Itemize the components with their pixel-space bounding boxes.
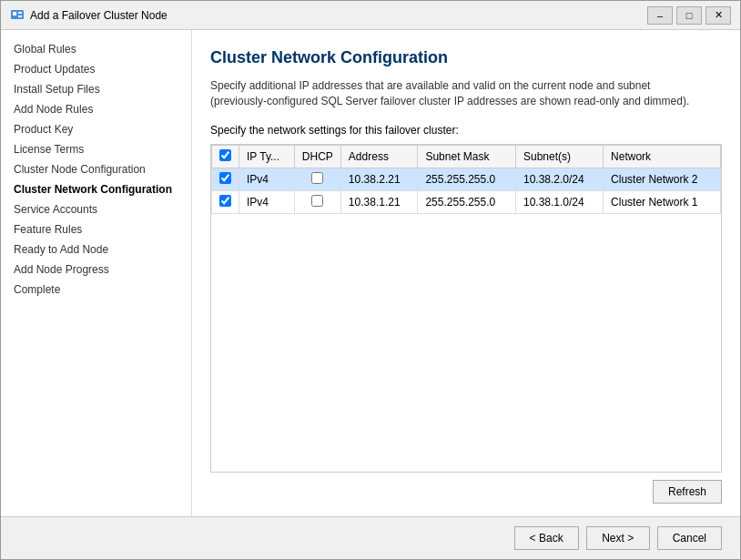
window-icon <box>10 6 25 24</box>
col-header-subnet-mask: Subnet Mask <box>418 145 516 168</box>
svg-rect-2 <box>18 12 22 14</box>
col-header-dhcp: DHCP <box>294 145 340 168</box>
sidebar-item-cluster-node-configuration[interactable]: Cluster Node Configuration <box>1 159 191 179</box>
sidebar-item-install-setup-files[interactable]: Install Setup Files <box>1 79 191 99</box>
table-row: IPv410.38.1.21255.255.255.010.38.1.0/24C… <box>212 190 721 213</box>
sidebar-item-cluster-network-configuration[interactable]: Cluster Network Configuration <box>1 179 191 199</box>
title-bar-controls: – □ ✕ <box>647 6 731 25</box>
page-description: Specify additional IP addresses that are… <box>210 78 702 109</box>
row-subnets: 10.38.2.0/24 <box>515 168 603 190</box>
row-dhcp <box>294 168 340 190</box>
sidebar-item-license-terms[interactable]: License Terms <box>1 139 191 159</box>
header-checkbox[interactable] <box>219 149 231 161</box>
sidebar-item-service-accounts[interactable]: Service Accounts <box>1 199 191 219</box>
row-dhcp-checkbox-0[interactable] <box>311 172 323 184</box>
title-bar-left: Add a Failover Cluster Node <box>10 6 167 24</box>
sidebar-item-ready-to-add-node[interactable]: Ready to Add Node <box>1 239 191 260</box>
network-settings-label: Specify the network settings for this fa… <box>210 124 722 137</box>
sidebar-item-product-key[interactable]: Product Key <box>1 119 191 139</box>
row-address: 10.38.2.21 <box>340 168 418 190</box>
table-row: IPv410.38.2.21255.255.255.010.38.2.0/24C… <box>212 168 721 190</box>
cancel-button[interactable]: Cancel <box>657 526 722 550</box>
row-subnet-mask: 255.255.255.0 <box>418 190 516 213</box>
sidebar-item-global-rules[interactable]: Global Rules <box>1 39 191 59</box>
col-header-network: Network <box>604 145 721 168</box>
minimize-button[interactable]: – <box>647 6 673 25</box>
col-header-subnets: Subnet(s) <box>515 145 603 168</box>
row-ip-type: IPv4 <box>239 190 295 213</box>
footer: < Back Next > Cancel <box>1 516 740 559</box>
sidebar-item-complete[interactable]: Complete <box>1 280 191 300</box>
row-checkbox-0[interactable] <box>219 172 231 184</box>
window-title: Add a Failover Cluster Node <box>30 9 167 22</box>
row-address: 10.38.1.21 <box>340 190 418 213</box>
row-dhcp <box>294 190 340 213</box>
main-content: Cluster Network Configuration Specify ad… <box>192 30 740 516</box>
col-header-address: Address <box>340 145 418 168</box>
content-area: Global RulesProduct UpdatesInstall Setup… <box>1 30 740 516</box>
table-header-row: IP Ty... DHCP Address Subnet Mask Subnet… <box>212 145 721 168</box>
sidebar-item-add-node-progress[interactable]: Add Node Progress <box>1 260 191 280</box>
sidebar-item-feature-rules[interactable]: Feature Rules <box>1 219 191 239</box>
row-select-cell <box>212 168 239 190</box>
col-header-select <box>212 145 239 168</box>
sidebar: Global RulesProduct UpdatesInstall Setup… <box>1 30 192 516</box>
row-select-cell <box>212 190 239 213</box>
network-table-container: IP Ty... DHCP Address Subnet Mask Subnet… <box>210 144 722 473</box>
row-checkbox-1[interactable] <box>219 195 231 207</box>
refresh-row: Refresh <box>210 473 722 507</box>
network-table: IP Ty... DHCP Address Subnet Mask Subnet… <box>211 145 721 214</box>
row-subnet-mask: 255.255.255.0 <box>418 168 516 190</box>
refresh-button[interactable]: Refresh <box>653 480 722 504</box>
row-network: Cluster Network 2 <box>604 168 721 190</box>
page-title: Cluster Network Configuration <box>210 48 722 67</box>
close-button[interactable]: ✕ <box>705 6 731 25</box>
main-window: Add a Failover Cluster Node – □ ✕ Global… <box>0 0 741 560</box>
row-network: Cluster Network 1 <box>604 190 721 213</box>
next-button[interactable]: Next > <box>586 526 650 550</box>
sidebar-item-product-updates[interactable]: Product Updates <box>1 59 191 79</box>
col-header-ip-type: IP Ty... <box>239 145 295 168</box>
title-bar: Add a Failover Cluster Node – □ ✕ <box>1 1 740 30</box>
svg-rect-1 <box>13 12 16 15</box>
sidebar-item-add-node-rules[interactable]: Add Node Rules <box>1 99 191 119</box>
row-subnets: 10.38.1.0/24 <box>515 190 603 213</box>
maximize-button[interactable]: □ <box>676 6 702 25</box>
back-button[interactable]: < Back <box>514 526 579 550</box>
svg-rect-3 <box>18 15 22 17</box>
row-dhcp-checkbox-1[interactable] <box>311 195 323 207</box>
row-ip-type: IPv4 <box>239 168 295 190</box>
